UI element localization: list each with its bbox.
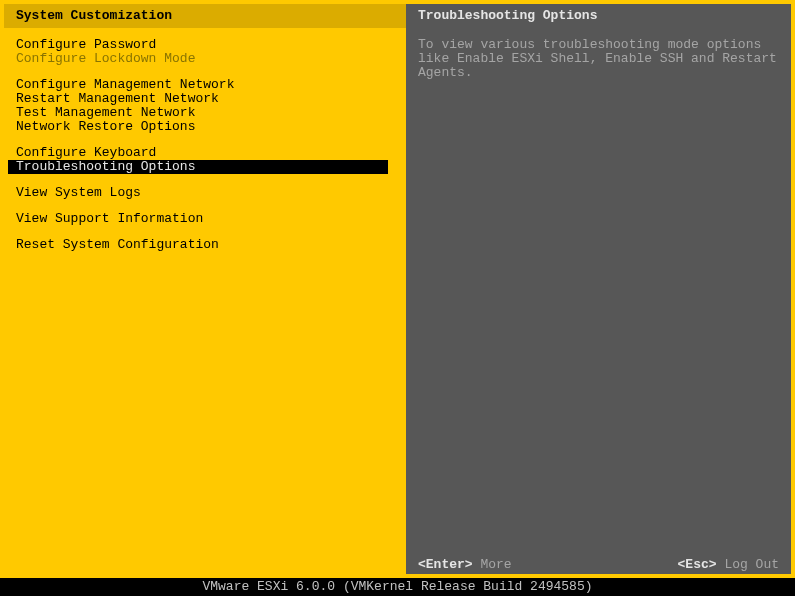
menu-item-configure-management-network[interactable]: Configure Management Network [4, 78, 406, 92]
right-panel-description: To view various troubleshooting mode opt… [406, 28, 791, 90]
menu-group: Reset System Configuration [4, 238, 406, 252]
esc-label: Log Out [724, 557, 779, 572]
esc-key: <Esc> [678, 557, 717, 572]
footer-esc[interactable]: <Esc> Log Out [678, 558, 779, 572]
menu-item-configure-keyboard[interactable]: Configure Keyboard [4, 146, 406, 160]
menu-item-configure-lockdown-mode[interactable]: Configure Lockdown Mode [4, 52, 406, 66]
menu-item-network-restore-options[interactable]: Network Restore Options [4, 120, 406, 134]
menu-group: View System Logs [4, 186, 406, 200]
menu-group: Configure KeyboardTroubleshooting Option… [4, 146, 406, 174]
menu-group: Configure PasswordConfigure Lockdown Mod… [4, 38, 406, 66]
menu-item-view-support-information[interactable]: View Support Information [4, 212, 406, 226]
right-panel-title: Troubleshooting Options [406, 4, 791, 28]
menu-item-configure-password[interactable]: Configure Password [4, 38, 406, 52]
menu-item-test-management-network[interactable]: Test Management Network [4, 106, 406, 120]
menu-group: View Support Information [4, 212, 406, 226]
menu-item-view-system-logs[interactable]: View System Logs [4, 186, 406, 200]
footer-bar: <Enter> More <Esc> Log Out [406, 556, 791, 574]
enter-label: More [480, 557, 511, 572]
status-bar: VMware ESXi 6.0.0 (VMKernel Release Buil… [0, 578, 795, 596]
main-container: System Customization Configure PasswordC… [0, 0, 795, 578]
menu-item-troubleshooting-options[interactable]: Troubleshooting Options [8, 160, 388, 174]
left-panel-title: System Customization [4, 4, 406, 28]
menu-item-reset-system-configuration[interactable]: Reset System Configuration [4, 238, 406, 252]
menu-list: Configure PasswordConfigure Lockdown Mod… [4, 28, 406, 274]
left-panel: System Customization Configure PasswordC… [4, 4, 406, 574]
footer-enter[interactable]: <Enter> More [418, 558, 512, 572]
enter-key: <Enter> [418, 557, 473, 572]
menu-group: Configure Management NetworkRestart Mana… [4, 78, 406, 134]
menu-item-restart-management-network[interactable]: Restart Management Network [4, 92, 406, 106]
right-panel: Troubleshooting Options To view various … [406, 4, 791, 574]
